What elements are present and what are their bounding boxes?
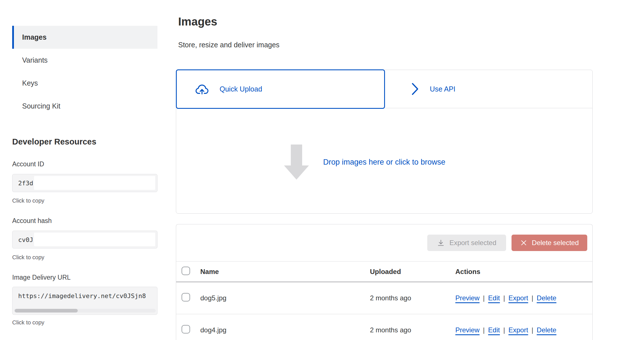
developer-resources-heading: Developer Resources — [12, 137, 96, 146]
page-subtitle: Store, resize and deliver images — [178, 41, 279, 49]
horizontal-scrollbar — [14, 309, 156, 313]
table-row: dog5.jpg 2 months ago Preview | Edit | E… — [176, 282, 592, 314]
action-separator: | — [503, 294, 505, 302]
tab-label: Quick Upload — [220, 85, 262, 93]
action-separator: | — [503, 326, 505, 334]
sidebar-item-keys[interactable]: Keys — [12, 72, 157, 95]
button-label: Delete selected — [532, 239, 579, 247]
sidebar-item-label: Sourcing Kit — [22, 102, 60, 110]
redaction-overlay — [34, 233, 155, 246]
action-separator: | — [532, 326, 533, 334]
images-table-panel: Export selected Delete selected Name Upl… — [176, 224, 593, 340]
action-separator: | — [483, 326, 485, 334]
uploaded-time: 2 months ago — [370, 326, 455, 334]
export-link[interactable]: Export — [508, 326, 528, 334]
export-link[interactable]: Export — [508, 294, 528, 302]
image-name: dog5.jpg — [200, 294, 370, 302]
preview-link[interactable]: Preview — [455, 294, 479, 302]
drop-down-arrow-icon — [284, 144, 309, 180]
cloudflare-images-page: Images Variants Keys Sourcing Kit Develo… — [0, 0, 644, 340]
click-to-copy-hint: Click to copy — [12, 319, 44, 326]
sidebar-item-variants[interactable]: Variants — [12, 49, 157, 72]
chevron-right-icon — [411, 82, 419, 95]
delete-link[interactable]: Delete — [537, 294, 556, 302]
image-delivery-url-label: Image Delivery URL — [12, 274, 71, 281]
column-header-uploaded: Uploaded — [370, 268, 455, 276]
export-selected-button[interactable]: Export selected — [427, 235, 506, 251]
redaction-overlay — [34, 176, 155, 190]
page-title: Images — [178, 15, 217, 28]
scrollbar-thumb[interactable] — [15, 309, 78, 313]
cloud-upload-icon — [195, 84, 209, 95]
image-delivery-url-value: https://imagedelivery.net/cv0JSjn8 — [18, 292, 146, 299]
edit-link[interactable]: Edit — [488, 326, 500, 334]
account-id-value: 2f3d — [18, 180, 33, 187]
image-delivery-url-copy-box[interactable]: https://imagedelivery.net/cv0JSjn8 — [12, 287, 157, 315]
click-to-copy-hint: Click to copy — [12, 197, 44, 204]
tab-label: Use API — [430, 85, 455, 93]
preview-link[interactable]: Preview — [455, 326, 479, 334]
row-actions: Preview | Edit | Export | Delete — [455, 326, 592, 334]
account-hash-copy-box[interactable]: cv0J — [12, 231, 157, 248]
account-id-label: Account ID — [12, 160, 44, 168]
action-separator: | — [532, 294, 533, 302]
table-toolbar: Export selected Delete selected — [176, 224, 592, 262]
account-hash-label: Account hash — [12, 217, 52, 225]
sidebar-item-label: Variants — [22, 56, 48, 64]
account-id-copy-box[interactable]: 2f3d — [12, 174, 157, 192]
row-checkbox[interactable] — [182, 293, 190, 301]
main-content: Images Store, resize and deliver images … — [176, 0, 644, 340]
tab-use-api[interactable]: Use API — [385, 70, 592, 108]
edit-link[interactable]: Edit — [488, 294, 500, 302]
uploaded-time: 2 months ago — [370, 294, 455, 302]
sidebar-item-sourcing-kit[interactable]: Sourcing Kit — [12, 95, 157, 118]
tab-quick-upload[interactable]: Quick Upload — [176, 69, 385, 109]
x-icon — [520, 239, 527, 246]
sidebar: Images Variants Keys Sourcing Kit Develo… — [12, 0, 157, 340]
click-to-copy-hint: Click to copy — [12, 254, 44, 261]
image-name: dog4.jpg — [200, 326, 370, 334]
delete-selected-button[interactable]: Delete selected — [512, 235, 587, 251]
column-header-name: Name — [200, 268, 370, 276]
action-separator: | — [483, 294, 485, 302]
table-header-row: Name Uploaded Actions — [176, 262, 592, 282]
sidebar-nav: Images Variants Keys Sourcing Kit — [12, 26, 157, 118]
delete-link[interactable]: Delete — [537, 326, 556, 334]
sidebar-item-images[interactable]: Images — [12, 26, 157, 49]
button-label: Export selected — [449, 239, 496, 247]
column-header-actions: Actions — [455, 268, 592, 276]
dropzone-text: Drop images here or click to browse — [323, 144, 445, 180]
sidebar-item-label: Images — [22, 33, 47, 41]
download-icon — [437, 239, 445, 247]
upload-panel: Quick Upload Use API Drop images here or… — [176, 70, 593, 214]
row-checkbox[interactable] — [182, 325, 190, 333]
table-row: dog4.jpg 2 months ago Preview | Edit | E… — [176, 314, 592, 340]
sidebar-item-label: Keys — [22, 79, 38, 87]
select-all-checkbox[interactable] — [182, 267, 190, 275]
account-hash-value: cv0J — [18, 236, 33, 243]
upload-dropzone[interactable]: Drop images here or click to browse — [176, 108, 592, 213]
row-actions: Preview | Edit | Export | Delete — [455, 294, 592, 302]
